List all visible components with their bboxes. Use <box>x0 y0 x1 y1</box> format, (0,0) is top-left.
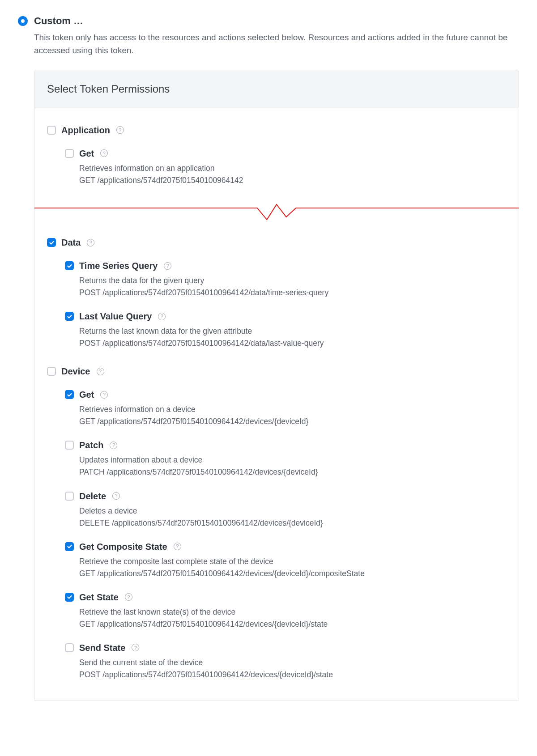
group-title-data: Data <box>61 236 81 249</box>
panel-title: Select Token Permissions <box>34 70 519 108</box>
item-description: Retrieves information on an application <box>79 162 506 174</box>
item-title: Get <box>79 147 94 160</box>
permission-group-device: Device?Get?Retrieves information on a de… <box>47 365 506 681</box>
help-icon[interactable]: ? <box>100 149 108 157</box>
permission-item-data-last-value-query: Last Value Query?Returns the last known … <box>65 310 506 349</box>
item-description: Returns the last known data for the give… <box>79 325 506 337</box>
item-api-endpoint: GET /applications/574df2075f015401009641… <box>79 174 506 187</box>
custom-radio[interactable] <box>18 16 28 26</box>
item-checkbox-data-last-value-query[interactable] <box>65 312 74 321</box>
item-title: Get State <box>79 590 119 604</box>
item-checkbox-device-patch[interactable] <box>65 441 74 450</box>
help-icon[interactable]: ? <box>110 442 117 449</box>
group-title-device: Device <box>61 365 90 378</box>
custom-description: This token only has access to the resour… <box>34 31 508 57</box>
custom-radio-label: Custom … <box>34 13 83 28</box>
item-checkbox-device-delete[interactable] <box>65 492 74 501</box>
item-checkbox-device-get[interactable] <box>65 390 74 399</box>
help-icon[interactable]: ? <box>112 492 120 500</box>
item-title: Last Value Query <box>79 310 152 323</box>
item-description: Deletes a device <box>79 505 506 517</box>
permission-item-device-send-state: Send State?Send the current state of the… <box>65 641 506 681</box>
item-description: Returns the data for the given query <box>79 274 506 287</box>
item-api-endpoint: POST /applications/574df2075f01540100964… <box>79 337 506 349</box>
item-checkbox-data-time-series-query[interactable] <box>65 261 74 270</box>
permission-item-device-patch: Patch?Updates information about a device… <box>65 438 506 478</box>
help-icon[interactable]: ? <box>97 368 104 375</box>
help-icon[interactable]: ? <box>87 239 94 246</box>
permission-item-device-get-composite-state: Get Composite State?Retrieve the composi… <box>65 540 506 580</box>
help-icon[interactable]: ? <box>100 391 108 399</box>
help-icon[interactable]: ? <box>174 543 181 550</box>
item-checkbox-device-get-composite-state[interactable] <box>65 542 74 551</box>
item-description: Send the current state of the device <box>79 656 506 669</box>
help-icon[interactable]: ? <box>132 644 139 651</box>
item-description: Retrieve the last known state(s) of the … <box>79 606 506 618</box>
item-checkbox-device-get-state[interactable] <box>65 593 74 602</box>
page-break-indicator <box>34 202 519 222</box>
item-title: Patch <box>79 438 103 452</box>
permission-item-device-delete: Delete?Deletes a deviceDELETE /applicati… <box>65 489 506 529</box>
group-checkbox-device[interactable] <box>47 367 56 376</box>
item-description: Retrieves information on a device <box>79 403 506 416</box>
permission-group-data: Data?Time Series Query?Returns the data … <box>47 236 506 349</box>
item-title: Send State <box>79 641 125 654</box>
help-icon[interactable]: ? <box>125 593 132 601</box>
item-title: Get <box>79 388 94 401</box>
item-api-endpoint: GET /applications/574df2075f015401009641… <box>79 568 506 580</box>
group-checkbox-data[interactable] <box>47 238 56 247</box>
item-api-endpoint: GET /applications/574df2075f015401009641… <box>79 416 506 428</box>
item-api-endpoint: PATCH /applications/574df2075f0154010096… <box>79 466 506 478</box>
help-icon[interactable]: ? <box>164 262 171 270</box>
item-description: Retrieve the composite last complete sta… <box>79 555 506 568</box>
item-checkbox-application-get[interactable] <box>65 149 74 158</box>
permission-item-data-time-series-query: Time Series Query?Returns the data for t… <box>65 259 506 299</box>
group-checkbox-application[interactable] <box>47 126 56 135</box>
permission-item-device-get: Get?Retrieves information on a deviceGET… <box>65 388 506 428</box>
item-title: Get Composite State <box>79 540 167 553</box>
item-api-endpoint: DELETE /applications/574df2075f015401009… <box>79 517 506 529</box>
group-title-application: Application <box>61 123 110 137</box>
item-checkbox-device-send-state[interactable] <box>65 643 74 652</box>
permission-group-application: Application?Get?Retrieves information on… <box>47 123 506 187</box>
item-api-endpoint: POST /applications/574df2075f01540100964… <box>79 287 506 299</box>
permission-item-device-get-state: Get State?Retrieve the last known state(… <box>65 590 506 630</box>
help-icon[interactable]: ? <box>116 126 124 134</box>
permission-item-application-get: Get?Retrieves information on an applicat… <box>65 147 506 187</box>
item-api-endpoint: GET /applications/574df2075f015401009641… <box>79 618 506 630</box>
help-icon[interactable]: ? <box>158 313 166 320</box>
item-title: Time Series Query <box>79 259 158 272</box>
permissions-panel: Select Token Permissions Application?Get… <box>34 70 519 701</box>
item-title: Delete <box>79 489 106 503</box>
item-api-endpoint: POST /applications/574df2075f01540100964… <box>79 669 506 681</box>
item-description: Updates information about a device <box>79 454 506 466</box>
